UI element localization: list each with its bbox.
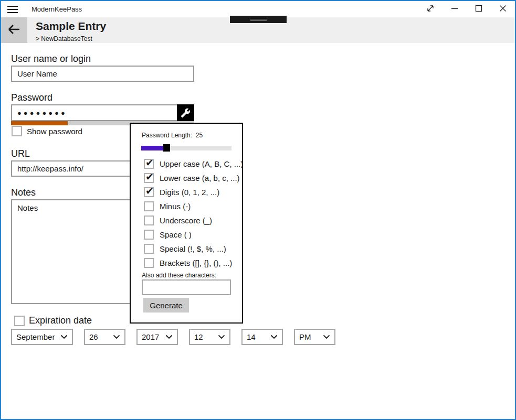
chevron-down-icon (270, 335, 278, 339)
back-button[interactable] (1, 17, 27, 43)
option-space[interactable]: ✔ Space ( ) (144, 228, 243, 242)
titlebar: ModernKeePass (1, 1, 515, 17)
expiration-date-label: Expiration date (29, 315, 92, 326)
checkbox-box[interactable]: ✔ (144, 187, 154, 197)
option-label: Underscore (_) (160, 216, 212, 225)
day-value: 26 (89, 332, 98, 341)
hamburger-icon (7, 6, 20, 13)
notes-label: Notes (11, 187, 36, 198)
checkmark-icon: ✔ (145, 171, 154, 183)
expiration-date-checkbox[interactable]: ✔ Expiration date (14, 315, 92, 326)
option-upper-case[interactable]: ✔ Upper case (A, B, C, ...) (144, 157, 243, 171)
password-label: Password (11, 92, 52, 103)
chevron-down-icon (113, 335, 120, 339)
username-input[interactable] (11, 66, 194, 82)
password-generator-button[interactable] (177, 104, 194, 121)
ampm-value: PM (299, 332, 311, 341)
checkbox-box[interactable]: ✔ (144, 159, 154, 169)
option-label: Lower case (a, b, c, ...) (160, 174, 240, 182)
password-strength-fill (11, 121, 68, 125)
slider-fill (141, 146, 163, 150)
slider-thumb[interactable] (163, 144, 170, 152)
length-value: 25 (196, 132, 203, 139)
back-arrow-icon (7, 24, 21, 37)
app-window: ModernKeePass (0, 0, 516, 420)
length-label-text: Password Length: (142, 132, 192, 139)
minimize-icon (451, 5, 458, 14)
option-underscore[interactable]: ✔ Underscore (_) (144, 213, 243, 228)
option-lower-case[interactable]: ✔ Lower case (a, b, c, ...) (144, 171, 243, 185)
option-label: Minus (-) (160, 202, 191, 211)
checkbox-box[interactable]: ✔ (144, 173, 154, 183)
checkbox-box[interactable]: ✔ (144, 258, 154, 268)
password-length-slider[interactable] (141, 144, 231, 152)
fullscreen-icon (426, 4, 435, 15)
year-dropdown[interactable]: 2017 (136, 329, 178, 345)
username-label: User name or login (11, 53, 91, 64)
character-options-list: ✔ Upper case (A, B, C, ...) ✔ Lower case… (144, 157, 243, 270)
checkbox-box[interactable]: ✔ (144, 216, 154, 225)
fullscreen-button[interactable] (418, 1, 443, 17)
option-label: Space ( ) (160, 230, 192, 239)
checkbox-box[interactable]: ✔ (12, 126, 22, 136)
checkbox-box[interactable]: ✔ (14, 316, 25, 326)
month-value: September (16, 332, 55, 341)
checkmark-icon: ✔ (145, 157, 154, 169)
hamburger-menu-button[interactable] (7, 5, 20, 14)
ampm-dropdown[interactable]: PM (294, 329, 335, 345)
minimize-button[interactable] (443, 1, 467, 17)
option-label: Special (!, $, %, ...) (160, 244, 226, 253)
maximize-icon (475, 5, 482, 14)
show-password-label: Show password (27, 127, 82, 136)
password-generator-popup: Password Length: 25 ✔ Upper case (A, B, … (130, 123, 243, 324)
option-label: Brackets ([], {}, (), ...) (160, 259, 232, 267)
option-brackets[interactable]: ✔ Brackets ([], {}, (), ...) (144, 256, 243, 270)
day-dropdown[interactable]: 26 (84, 329, 125, 345)
checkmark-icon: ✔ (145, 185, 154, 197)
close-icon (499, 5, 507, 14)
minute-dropdown[interactable]: 14 (241, 329, 283, 345)
year-value: 2017 (142, 332, 159, 341)
window-controls (418, 1, 515, 17)
also-add-input[interactable] (142, 279, 231, 295)
page-title: Sample Entry (36, 20, 106, 33)
option-label: Digits (0, 1, 2, ...) (160, 188, 219, 197)
app-title: ModernKeePass (31, 5, 82, 13)
command-bar-more-button[interactable] (230, 16, 287, 23)
generate-button[interactable]: Generate (143, 298, 189, 313)
wrench-icon (181, 108, 191, 118)
breadcrumb: > NewDatabaseTest (36, 35, 92, 42)
chevron-down-icon (60, 335, 68, 339)
checkbox-box[interactable]: ✔ (144, 230, 154, 240)
password-length-label: Password Length: 25 (142, 132, 203, 139)
checkbox-box[interactable]: ✔ (144, 201, 154, 211)
option-label: Upper case (A, B, C, ...) (160, 159, 243, 168)
maximize-button[interactable] (467, 1, 491, 17)
also-add-label: Also add these characters: (142, 272, 216, 279)
more-lines-icon (230, 19, 287, 21)
month-dropdown[interactable]: September (11, 329, 73, 345)
hour-value: 12 (194, 332, 203, 341)
close-button[interactable] (491, 1, 515, 17)
chevron-down-icon (165, 335, 173, 339)
option-minus[interactable]: ✔ Minus (-) (144, 199, 243, 213)
password-input[interactable] (11, 104, 194, 121)
chevron-down-icon (323, 335, 330, 339)
option-digits[interactable]: ✔ Digits (0, 1, 2, ...) (144, 185, 243, 199)
option-special[interactable]: ✔ Special (!, $, %, ...) (144, 242, 243, 256)
show-password-checkbox[interactable]: ✔ Show password (12, 126, 82, 136)
chevron-down-icon (218, 335, 225, 339)
checkbox-box[interactable]: ✔ (144, 244, 154, 254)
hour-dropdown[interactable]: 12 (189, 329, 230, 345)
minute-value: 14 (247, 332, 256, 341)
url-label: URL (11, 148, 30, 159)
